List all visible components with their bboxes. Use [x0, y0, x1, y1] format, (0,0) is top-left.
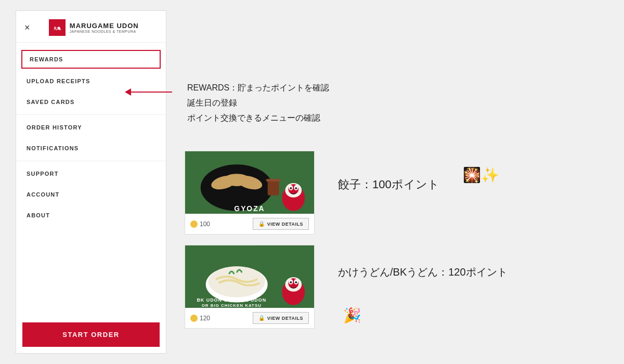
- sidebar-nav: REWARDS UPLOAD RECEIPTS SAVED CARDS ORDE…: [16, 43, 166, 316]
- udon-view-details-button[interactable]: 🔒 VIEW DETAILS: [253, 312, 309, 324]
- start-order-button[interactable]: START ORDER: [22, 322, 160, 347]
- gyoza-points-badge: 100: [190, 220, 210, 228]
- rewards-annotation-line1: REWARDS：貯まったポイントを確認: [187, 83, 329, 92]
- svg-text:BK UDON OR KAKE UDON: BK UDON OR KAKE UDON: [197, 297, 266, 303]
- logo-area: 丸亀 MARUGAME UDON JAPANESE NOODLES & TEMP…: [30, 19, 158, 36]
- sidebar-item-notifications[interactable]: NOTIFICATIONS: [16, 138, 166, 159]
- rewards-annotation-line2: 誕生日の登録: [187, 98, 237, 107]
- svg-point-14: [290, 187, 292, 189]
- gyoza-card-image: GYOZA: [185, 151, 314, 214]
- nav-divider-1: [16, 114, 166, 115]
- udon-card-image: BK UDON OR KAKE UDON OR BIG CHICKEN KATS…: [185, 245, 314, 308]
- sidebar: × 丸亀 MARUGAME UDON JAPANESE NOODLES & TE…: [16, 10, 166, 354]
- arrow-line: [131, 92, 172, 93]
- close-button[interactable]: ×: [24, 23, 30, 32]
- svg-rect-7: [268, 180, 279, 196]
- gyoza-card-footer: 100 🔒 VIEW DETAILS: [185, 214, 314, 234]
- cards-container: GYOZA 100 🔒 VIEW DETAILS: [185, 151, 315, 339]
- svg-point-15: [295, 187, 297, 189]
- fireworks-gyoza-icon: 🎇✨: [463, 166, 499, 184]
- nav-divider-2: [16, 161, 166, 161]
- svg-rect-8: [266, 179, 281, 181]
- gyoza-points: 100: [200, 220, 210, 228]
- sidebar-footer: START ORDER: [16, 316, 166, 353]
- point-coin-icon-2: [190, 315, 198, 322]
- logo-main-text: MARUGAME UDON: [70, 22, 139, 30]
- sidebar-item-account[interactable]: ACCOUNT: [16, 184, 166, 205]
- udon-points-badge: 120: [190, 315, 210, 322]
- svg-text:OR BIG CHICKEN KATSU: OR BIG CHICKEN KATSU: [202, 303, 262, 308]
- arrow-annotation: [125, 88, 172, 96]
- gyoza-view-details-button[interactable]: 🔒 VIEW DETAILS: [253, 218, 309, 230]
- udon-card-footer: 120 🔒 VIEW DETAILS: [185, 308, 314, 328]
- rewards-annotation-line3: ポイント交換できるメニューの確認: [187, 113, 320, 122]
- logo-sub-text: JAPANESE NOODLES & TEMPURA: [70, 30, 139, 33]
- svg-text:丸亀: 丸亀: [53, 26, 61, 30]
- logo-text: MARUGAME UDON JAPANESE NOODLES & TEMPURA: [70, 22, 139, 33]
- udon-card: BK UDON OR KAKE UDON OR BIG CHICKEN KATS…: [185, 245, 315, 329]
- sidebar-item-support[interactable]: SUPPORT: [16, 163, 166, 184]
- lock-icon-2: 🔒: [258, 315, 265, 321]
- point-coin-icon: [190, 220, 198, 228]
- lock-icon: 🔒: [258, 221, 265, 227]
- svg-point-25: [290, 281, 292, 283]
- rewards-annotation-text: REWARDS：貯まったポイントを確認 誕生日の登録 ポイント交換できるメニュー…: [187, 81, 329, 125]
- sidebar-item-order-history[interactable]: ORDER HISTORY: [16, 117, 166, 138]
- sidebar-item-rewards[interactable]: REWARDS: [21, 50, 161, 69]
- fireworks-udon-icon: 🎉: [343, 307, 361, 324]
- udon-view-details-label: VIEW DETAILS: [267, 316, 303, 321]
- svg-text:GYOZA: GYOZA: [234, 204, 265, 213]
- sidebar-item-about[interactable]: ABOUT: [16, 205, 166, 226]
- udon-points: 120: [200, 315, 210, 322]
- gyoza-view-details-label: VIEW DETAILS: [267, 222, 303, 227]
- logo-icon: 丸亀: [49, 19, 66, 36]
- svg-point-26: [295, 281, 297, 283]
- gyoza-annotation: 餃子：100ポイント: [338, 177, 439, 192]
- udon-annotation: かけうどん/BKうどん：120ポイント: [338, 265, 508, 279]
- gyoza-card: GYOZA 100 🔒 VIEW DETAILS: [185, 151, 315, 235]
- sidebar-header: × 丸亀 MARUGAME UDON JAPANESE NOODLES & TE…: [16, 11, 166, 43]
